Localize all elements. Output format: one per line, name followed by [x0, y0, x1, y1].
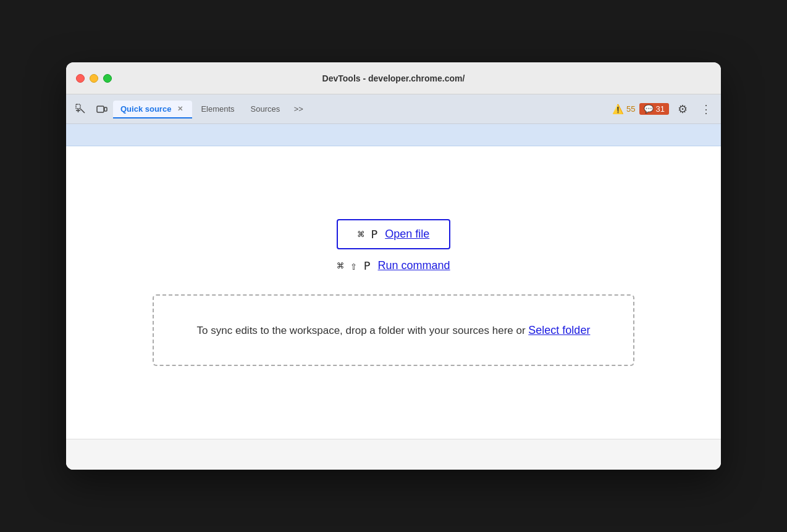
window-title: DevTools - developer.chrome.com/ [322, 73, 465, 83]
inspect-element-icon[interactable] [71, 99, 91, 119]
error-badge[interactable]: 💬 31 [639, 103, 669, 115]
close-button[interactable] [76, 74, 85, 83]
drop-zone-text: To sync edits to the workspace, drop a f… [197, 325, 529, 336]
warning-count: 55 [626, 104, 635, 114]
tab-elements-label: Elements [201, 104, 234, 114]
tab-sources-label: Sources [251, 104, 280, 114]
minimize-button[interactable] [90, 74, 98, 83]
title-bar: DevTools - developer.chrome.com/ [66, 62, 721, 94]
toolbar: Quick source ✕ Elements Sources >> ⚠️ 55… [66, 94, 721, 124]
device-toolbar-icon[interactable] [92, 99, 112, 119]
more-tabs-label: >> [294, 104, 303, 114]
more-tabs-icon[interactable]: >> [288, 99, 308, 119]
warning-icon: ⚠️ [612, 104, 624, 115]
open-file-shortcut: ⌘ P [358, 228, 378, 241]
devtools-window: DevTools - developer.chrome.com/ Quick s… [66, 62, 721, 470]
run-command-shortcut: ⌘ ⇧ P [337, 259, 370, 272]
tab-quick-source[interactable]: Quick source ✕ [113, 101, 192, 118]
tab-quick-source-close[interactable]: ✕ [175, 104, 185, 114]
content-area: ⌘ P Open file ⌘ ⇧ P Run command To sync … [66, 124, 721, 470]
error-icon: 💬 [644, 104, 654, 114]
toolbar-right: ⚠️ 55 💬 31 ⚙ ⋮ [612, 99, 716, 119]
more-options-icon[interactable]: ⋮ [696, 99, 716, 119]
svg-line-3 [80, 109, 85, 113]
error-count: 31 [656, 104, 665, 114]
svg-rect-5 [104, 107, 107, 111]
select-folder-link[interactable]: Select folder [528, 324, 590, 336]
main-content: ⌘ P Open file ⌘ ⇧ P Run command To sync … [66, 146, 721, 439]
settings-icon[interactable]: ⚙ [673, 99, 692, 119]
open-file-box[interactable]: ⌘ P Open file [337, 219, 451, 249]
run-command-row: ⌘ ⇧ P Run command [337, 259, 450, 272]
tab-quick-source-label: Quick source [120, 104, 171, 114]
warning-badge[interactable]: ⚠️ 55 [612, 104, 635, 115]
drop-zone[interactable]: To sync edits to the workspace, drop a f… [153, 294, 634, 367]
svg-rect-0 [76, 104, 80, 109]
tab-elements[interactable]: Elements [193, 101, 242, 117]
run-command-link[interactable]: Run command [378, 259, 450, 272]
open-file-link[interactable]: Open file [385, 228, 429, 241]
tab-sources[interactable]: Sources [243, 101, 288, 117]
svg-rect-4 [97, 106, 104, 112]
maximize-button[interactable] [103, 74, 112, 83]
blue-header-bar [66, 124, 721, 146]
traffic-lights [76, 74, 112, 83]
bottom-bar [66, 439, 721, 470]
